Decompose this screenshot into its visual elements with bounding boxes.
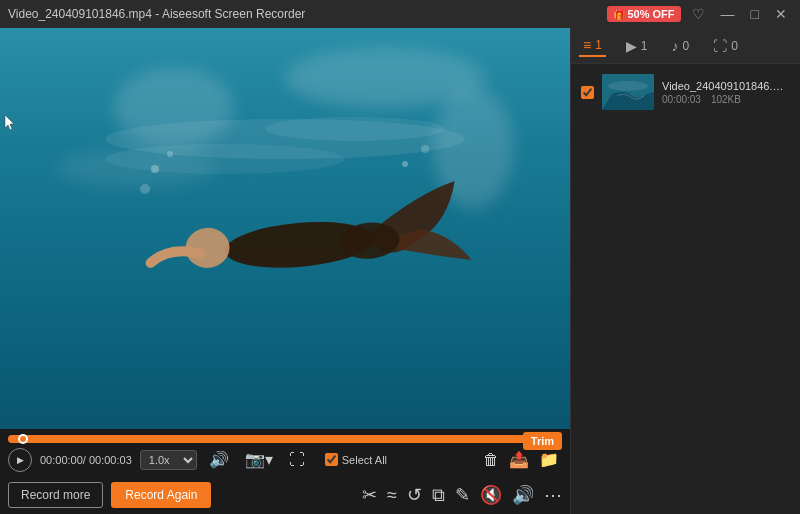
title-bar-left: Video_240409101846.mp4 - Aiseesoft Scree… [8,7,305,21]
scrubber-bar[interactable]: Trim [8,435,562,443]
select-all-label[interactable]: Select All [342,454,387,466]
tab-image[interactable]: ⛶ 0 [709,36,742,56]
right-ctrl-group: 🗑 📤 📁 [480,447,562,472]
tab-video-icon: ≡ [583,37,591,53]
right-panel: ≡ 1 ▶ 1 ♪ 0 ⛶ 0 [570,28,800,514]
close-btn[interactable]: ✕ [770,4,792,24]
file-name: Video_240409101846.mp4 [662,80,790,92]
tab-audio-icon: ♪ [672,38,679,54]
speed-select[interactable]: 0.5x 0.75x 1.0x 1.25x 1.5x 2.0x [140,450,197,470]
left-panel: Trim ▶ 00:00:00/ 00:00:03 0.5x 0.75x 1.0… [0,28,570,514]
time-separator: / [83,454,86,466]
play-button[interactable]: ▶ [8,448,32,472]
file-list: Video_240409101846.mp4 00:00:03 102KB [571,64,800,514]
rotate-icon-btn[interactable]: ↺ [407,484,422,506]
promo-badge[interactable]: 🎁 50% OFF [607,6,681,22]
file-info: Video_240409101846.mp4 00:00:03 102KB [662,80,790,105]
maximize-btn[interactable]: □ [746,4,764,24]
title-bar-right: 🎁 50% OFF ♡ — □ ✕ [607,4,792,24]
sound-icon-btn[interactable]: 🔊 [512,484,534,506]
svg-point-5 [140,184,150,194]
svg-point-6 [402,161,408,167]
file-checkbox[interactable] [581,86,594,99]
action-bar: Record more Record Again ✂ ≈ ↺ ⧉ ✎ 🔇 🔊 ⋯ [0,476,570,514]
main-container: Trim ▶ 00:00:00/ 00:00:03 0.5x 0.75x 1.0… [0,28,800,514]
video-canvas [0,28,570,429]
playback-controls: ▶ 00:00:00/ 00:00:03 0.5x 0.75x 1.0x 1.2… [0,443,570,476]
volume-button[interactable]: 🔊 [205,448,233,471]
record-more-button[interactable]: Record more [8,482,103,508]
user-icon-btn[interactable]: ♡ [687,4,710,24]
file-size: 102KB [711,94,741,105]
svg-point-3 [151,165,159,173]
delete-button[interactable]: 🗑 [480,448,502,472]
current-time: 00:00:00 [40,454,83,466]
svg-point-2 [265,117,445,141]
tab-play-icon: ▶ [626,38,637,54]
svg-point-12 [608,81,648,91]
scrubber-handle[interactable] [18,434,28,444]
time-display: 00:00:00/ 00:00:03 [40,454,132,466]
underwater-scene [0,28,570,429]
video-area [0,28,570,429]
edit-icon-btn[interactable]: ✎ [455,484,470,506]
trim-button[interactable]: Trim [523,432,562,450]
svg-point-1 [105,144,345,174]
fullscreen-button[interactable]: ⛶ [285,449,309,471]
camera-button[interactable]: 📷▾ [241,448,277,471]
title-text: Video_240409101846.mp4 - Aiseesoft Scree… [8,7,305,21]
tab-image-count: 0 [731,39,738,53]
more-icon-btn[interactable]: ⋯ [544,484,562,506]
swimmer-figure [75,109,495,349]
svg-point-7 [421,145,429,153]
select-all-area: Select All [325,453,387,466]
tab-image-icon: ⛶ [713,38,727,54]
tab-audio-count: 0 [683,39,690,53]
record-buttons: Record more Record Again [8,482,211,508]
select-all-checkbox[interactable] [325,453,338,466]
open-folder-button[interactable]: 📁 [536,447,562,472]
tab-video-count: 1 [595,38,602,52]
tab-play-count: 1 [641,39,648,53]
tab-play[interactable]: ▶ 1 [622,36,652,56]
tab-audio[interactable]: ♪ 0 [668,36,694,56]
file-thumbnail [602,74,654,110]
tab-video[interactable]: ≡ 1 [579,35,606,57]
minimize-btn[interactable]: — [716,4,740,24]
scrubber-fill [8,435,556,443]
tab-bar: ≡ 1 ▶ 1 ♪ 0 ⛶ 0 [571,28,800,64]
file-meta: 00:00:03 102KB [662,94,790,105]
title-bar: Video_240409101846.mp4 - Aiseesoft Scree… [0,0,800,28]
mute-icon-btn[interactable]: 🔇 [480,484,502,506]
total-time: 00:00:03 [89,454,132,466]
share-button[interactable]: 📤 [506,447,532,472]
file-duration: 00:00:03 [662,94,701,105]
file-item[interactable]: Video_240409101846.mp4 00:00:03 102KB [577,70,794,114]
scissors-icon-btn[interactable]: ✂ [362,484,377,506]
adjust-icon-btn[interactable]: ≈ [387,485,397,506]
record-again-button[interactable]: Record Again [111,482,211,508]
timeline-area: Trim [0,429,570,443]
svg-point-4 [167,151,173,157]
duplicate-icon-btn[interactable]: ⧉ [432,485,445,506]
action-icons: ✂ ≈ ↺ ⧉ ✎ 🔇 🔊 ⋯ [362,484,562,506]
